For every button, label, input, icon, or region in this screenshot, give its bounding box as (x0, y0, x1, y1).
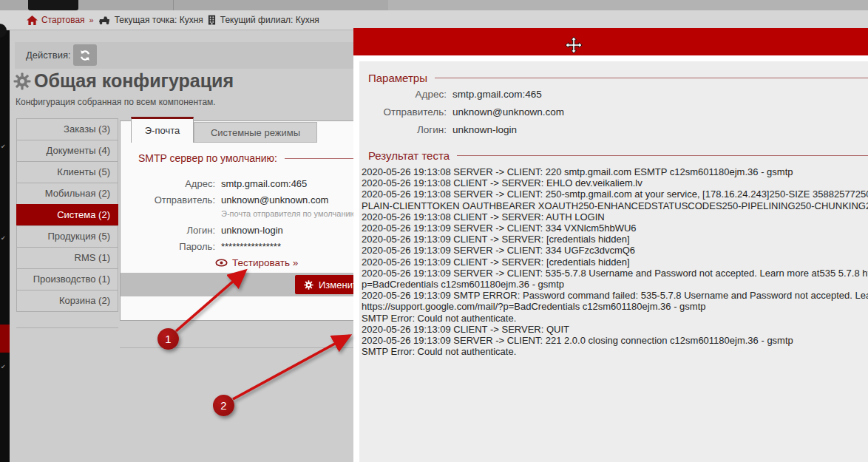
actions-bar: Действия: (15, 42, 353, 69)
top-toolbar-black-tab (28, 0, 78, 10)
callout-arrow-2 (233, 336, 350, 399)
log-line: 2020-05-26 19:13:08 CLIENT -> SERVER: AU… (362, 211, 868, 222)
log-line: 2020-05-26 19:13:08 CLIENT -> SERVER: EH… (362, 177, 868, 188)
section-rule (457, 155, 868, 156)
rail-check-icon: ✔ (1, 236, 6, 242)
smtp-test-modal: Параметры Адрес: smtp.gmail.com:465 Отпр… (353, 28, 868, 462)
breadcrumb-home-link[interactable]: Стартовая (27, 15, 85, 25)
log-line: 2020-05-26 19:13:08 SERVER -> CLIENT: 22… (362, 166, 868, 177)
modal-address-value: smtp.gmail.com:465 (452, 89, 542, 100)
callout-badge-2: 2 (213, 395, 234, 416)
breadcrumb-separator: » (89, 16, 94, 24)
refresh-button[interactable] (73, 44, 97, 66)
login-label: Логин: (121, 225, 215, 236)
modal-sender-label: Отправитель: (359, 106, 447, 118)
login-value: unknown-login (221, 225, 283, 236)
top-toolbar-divider (173, 0, 174, 10)
password-label: Пароль: (121, 241, 215, 252)
modal-body: Параметры Адрес: smtp.gmail.com:465 Отпр… (359, 61, 868, 462)
config-section-menu: Заказы (3) Документы (4) Клиенты (5) Моб… (16, 118, 118, 312)
tab-email[interactable]: Э-почта (131, 117, 194, 143)
menu-divider (16, 327, 118, 328)
modal-login-label: Логин: (359, 124, 447, 135)
breadcrumb-current-point: Текущая точка: Кухня (115, 15, 203, 25)
log-line: 2020-05-26 19:13:09 CLIENT -> SERVER: [c… (362, 257, 868, 268)
sidebar-item-clients[interactable]: Клиенты (5) (16, 161, 118, 183)
sidebar-item-mobile[interactable]: Мобильная (2) (16, 183, 118, 205)
sender-value: unknown@unknown.com (221, 194, 328, 205)
building-icon (208, 15, 216, 25)
log-line: 2020-05-26 19:13:09 SERVER -> CLIENT: 33… (362, 245, 868, 256)
sidebar-item-orders[interactable]: Заказы (3) (16, 118, 118, 140)
gear-icon (304, 280, 313, 290)
sidebar-item-cart[interactable]: Корзина (2) (16, 290, 118, 312)
courier-icon (98, 16, 110, 24)
actions-label: Действия: (26, 50, 71, 61)
breadcrumb-home-label: Стартовая (41, 15, 85, 25)
address-label: Адрес: (121, 178, 215, 189)
password-value: **************** (221, 241, 281, 252)
home-icon (27, 16, 38, 25)
modal-login-value: unknown-login (452, 124, 517, 135)
sidebar-item-system[interactable]: Система (2) (16, 204, 118, 226)
log-line: 2020-05-26 19:13:08 SERVER -> CLIENT: 25… (362, 188, 868, 200)
log-line: p=BadCredentials c12sm601180ejm.36 - gsm… (362, 279, 868, 290)
sender-hint: Э-почта отправителя по умолчанию (221, 209, 356, 218)
log-line: 2020-05-26 19:13:09 CLIENT -> SERVER: QU… (362, 324, 868, 335)
top-toolbar-sliver-right (388, 0, 868, 10)
breadcrumb-bar: Стартовая » Текущая точка: Кухня Текущий… (0, 10, 868, 30)
breadcrumb: Стартовая » Текущая точка: Кухня Текущий… (27, 10, 319, 30)
page-title: Общая конфигурация (34, 70, 234, 92)
tab-system-modes[interactable]: Системные режимы (194, 122, 317, 143)
log-line: 2020-05-26 19:13:09 SERVER -> CLIENT: 33… (362, 222, 868, 234)
page-subtitle: Конфигурация собранная по всем компонент… (16, 97, 216, 107)
log-line: SMTP Error: Could not authenticate. (362, 346, 868, 357)
log-line: 2020-05-26 19:13:09 SMTP ERROR: Password… (362, 290, 868, 301)
sidebar-item-rms[interactable]: RMS (1) (16, 247, 118, 269)
modal-sender-value: unknown@unknown.com (452, 106, 564, 118)
log-line: https://support.google.com/mail/?p=BadCr… (362, 301, 868, 312)
modal-titlebar[interactable] (353, 28, 868, 55)
refresh-icon (78, 49, 92, 62)
sidebar-item-production[interactable]: Производство (1) (16, 268, 118, 291)
smtp-section-title: SMTP сервер по умолчанию: (138, 152, 277, 164)
sender-label: Отправитель: (121, 194, 215, 205)
app-root: Стартовая » Текущая точка: Кухня Текущий… (0, 0, 868, 462)
gear-icon (13, 72, 31, 90)
breadcrumb-current-branch: Текущий филиал: Кухня (220, 15, 319, 25)
test-result-title: Результат теста (368, 149, 450, 162)
address-value: smtp.gmail.com:465 (221, 178, 307, 189)
smtp-log: 2020-05-26 19:13:08 SERVER -> CLIENT: 22… (362, 166, 868, 357)
rail-check-icon: ✔ (1, 144, 6, 150)
section-rule (435, 78, 868, 78)
log-line: 2020-05-26 19:13:09 SERVER -> CLIENT: 22… (362, 335, 868, 346)
sidebar-item-documents[interactable]: Документы (4) (16, 140, 118, 162)
modal-address-label: Адрес: (359, 89, 447, 100)
rail-highlight (0, 325, 10, 353)
test-smtp-label: Тестировать » (232, 257, 298, 268)
log-line: 2020-05-26 19:13:09 CLIENT -> SERVER: [c… (362, 234, 868, 245)
params-title: Параметры (368, 72, 427, 84)
log-line: SMTP Error: Could not authenticate. (362, 313, 868, 324)
test-smtp-link[interactable]: Тестировать » (215, 257, 298, 268)
top-toolbar-sliver (0, 0, 868, 10)
log-line: PLAIN-CLIENTTOKEN OAUTHBEARER XOAUTH250-… (362, 200, 868, 211)
log-line: 2020-05-26 19:13:09 SERVER -> CLIENT: 53… (362, 268, 868, 279)
eye-icon (215, 259, 228, 267)
collapsed-sidebar-rail: ✔ ✔ ✔ (0, 30, 10, 462)
rail-check-icon: ✔ (1, 364, 6, 370)
callout-badge-1: 1 (157, 328, 179, 350)
sidebar-item-products[interactable]: Продукция (5) (16, 225, 118, 248)
